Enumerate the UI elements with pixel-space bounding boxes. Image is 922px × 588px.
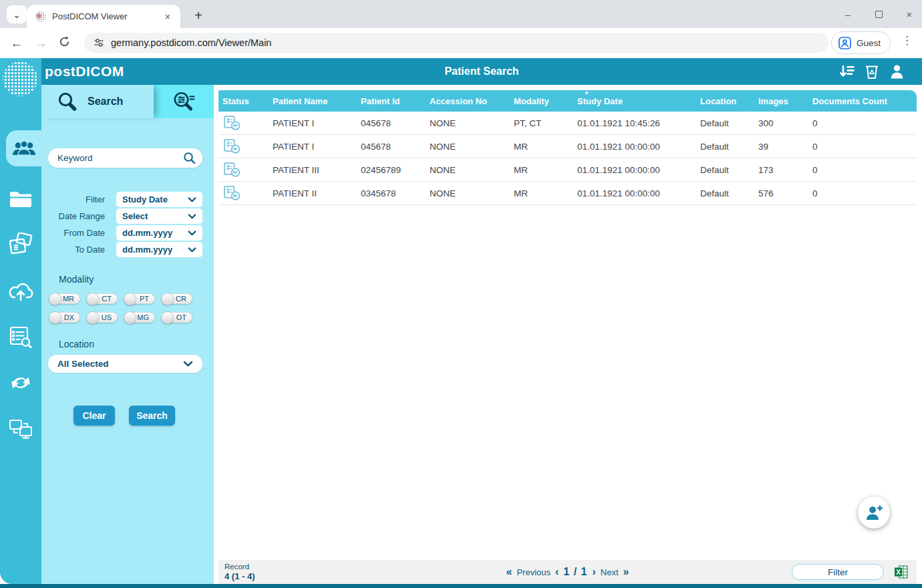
location-select[interactable]: All Selected bbox=[48, 355, 202, 373]
table-row[interactable]: PATIENT II 0345678 NONE MR 01.01.1921 00… bbox=[218, 182, 917, 205]
cell-patient-id: 045678 bbox=[361, 118, 430, 128]
last-page-button[interactable]: » bbox=[623, 566, 629, 578]
sidebar-item-upload[interactable] bbox=[0, 277, 41, 305]
modality-toggle[interactable]: MR bbox=[49, 293, 80, 304]
previous-chevron-icon[interactable]: ‹ bbox=[555, 566, 559, 578]
next-chevron-icon[interactable]: › bbox=[592, 566, 595, 578]
cell-documents-count: 0 bbox=[812, 142, 917, 152]
browser-tab[interactable]: PostDICOM Viewer × bbox=[27, 5, 180, 28]
cell-study-date: 01.01.1921 00:00:00 bbox=[577, 188, 700, 198]
minimize-button[interactable]: – bbox=[842, 9, 854, 20]
tab-advanced-search[interactable] bbox=[154, 85, 214, 118]
maximize-button[interactable] bbox=[873, 11, 885, 18]
favicon bbox=[35, 11, 46, 22]
cell-images: 39 bbox=[758, 142, 812, 152]
url-text: germany.postdicom.com/Viewer/Main bbox=[111, 37, 271, 48]
filter-select[interactable]: Select bbox=[116, 208, 202, 224]
keyword-input[interactable] bbox=[57, 153, 183, 163]
column-header[interactable]: Patient Name bbox=[273, 90, 361, 112]
sidebar-item-patients[interactable] bbox=[6, 130, 41, 166]
cell-modality: MR bbox=[514, 142, 577, 152]
modality-toggles: MR CT PT CR DX US MG OT bbox=[49, 293, 207, 323]
browser-toolbar: ← → germany.postdicom.com/Viewer/Main Gu… bbox=[0, 28, 922, 58]
recycle-bin-button[interactable] bbox=[864, 63, 880, 80]
modality-label: DX bbox=[64, 313, 74, 321]
cell-images: 576 bbox=[758, 188, 812, 198]
cell-accession-no: NONE bbox=[430, 142, 514, 152]
column-header[interactable]: Images bbox=[758, 90, 812, 112]
cell-modality: PT, CT bbox=[514, 118, 577, 128]
download-queue-button[interactable] bbox=[839, 63, 855, 80]
column-header[interactable]: Status bbox=[222, 90, 273, 112]
account-button[interactable] bbox=[889, 63, 905, 80]
table-row[interactable]: PATIENT III 02456789 NONE MR 01.01.1921 … bbox=[218, 158, 917, 182]
sidebar-item-order-search[interactable] bbox=[0, 323, 41, 351]
cell-study-date: 01.01.1921 00:00:00 bbox=[577, 165, 700, 175]
tab-close-icon[interactable]: × bbox=[162, 11, 174, 23]
column-header-label: Location bbox=[700, 96, 736, 106]
forward-button[interactable]: → bbox=[33, 36, 48, 51]
first-page-button[interactable]: « bbox=[506, 566, 512, 578]
filter-value: dd.mm.yyyy bbox=[122, 245, 172, 255]
search-icon bbox=[57, 92, 78, 112]
table-body: PATIENT I 045678 NONE PT, CT 01.01.1921 … bbox=[218, 112, 917, 205]
filter-select[interactable]: dd.mm.yyyy bbox=[116, 225, 202, 241]
filter-label: Date Range bbox=[41, 211, 105, 221]
modality-toggle[interactable]: CR bbox=[162, 293, 192, 304]
add-patient-fab[interactable] bbox=[858, 496, 890, 529]
modality-toggle[interactable]: DX bbox=[49, 312, 80, 323]
excel-export-icon[interactable]: X bbox=[895, 565, 908, 579]
chevron-down-icon bbox=[183, 361, 193, 367]
search-button[interactable]: Search bbox=[129, 406, 175, 426]
cell-accession-no: NONE bbox=[430, 188, 514, 198]
new-tab-button[interactable]: + bbox=[188, 6, 208, 25]
table-row[interactable]: PATIENT I 045678 NONE MR 01.01.1921 00:0… bbox=[218, 135, 917, 158]
sidebar-item-folders[interactable] bbox=[0, 184, 41, 212]
cell-patient-id: 0345678 bbox=[361, 188, 430, 198]
sidebar-item-sync[interactable] bbox=[0, 369, 41, 397]
modality-label: OT bbox=[176, 313, 186, 321]
browser-tabstrip: ⌄ PostDICOM Viewer × + – × bbox=[0, 0, 922, 28]
modality-toggle[interactable]: CT bbox=[87, 293, 118, 304]
browser-menu-button[interactable]: ⋮ bbox=[901, 35, 912, 46]
column-header[interactable]: Accession No bbox=[430, 90, 514, 112]
results-area: StatusPatient NamePatient IdAccession No… bbox=[214, 85, 922, 584]
reload-button[interactable] bbox=[57, 36, 71, 51]
column-header[interactable]: Modality bbox=[514, 90, 577, 112]
close-button[interactable]: × bbox=[903, 9, 915, 20]
previous-page-button[interactable]: Previous bbox=[516, 567, 551, 577]
back-button[interactable]: ← bbox=[9, 36, 24, 51]
chevron-down-icon bbox=[188, 214, 196, 219]
table-row[interactable]: PATIENT I 045678 NONE PT, CT 01.01.1921 … bbox=[218, 112, 917, 135]
column-header[interactable]: Patient Id bbox=[361, 90, 430, 112]
clear-button[interactable]: Clear bbox=[73, 406, 115, 426]
filter-button[interactable]: Filter bbox=[792, 564, 884, 580]
column-header[interactable]: Location bbox=[700, 90, 758, 112]
cell-status bbox=[222, 116, 273, 130]
chevron-down-icon bbox=[188, 247, 196, 253]
modality-toggle[interactable]: MG bbox=[124, 312, 155, 323]
tab-search-button[interactable]: ⌄ bbox=[7, 5, 27, 23]
sidebar-item-dicom-images[interactable] bbox=[0, 231, 41, 259]
sidebar-item-share[interactable] bbox=[0, 415, 41, 443]
filter-row: From Date dd.mm.yyyy bbox=[41, 225, 214, 241]
chevron-down-icon bbox=[188, 197, 196, 202]
filter-select[interactable]: Study Date bbox=[116, 192, 202, 207]
next-page-button[interactable]: Next bbox=[601, 567, 619, 577]
filter-label: To Date bbox=[41, 245, 105, 255]
download-queue-icon bbox=[839, 65, 855, 79]
keyword-field-wrap bbox=[48, 148, 202, 168]
modality-toggle[interactable]: OT bbox=[162, 312, 192, 323]
filter-select[interactable]: dd.mm.yyyy bbox=[116, 242, 202, 257]
column-header[interactable]: ▼Study Date bbox=[577, 90, 700, 112]
column-header[interactable]: Documents Count bbox=[812, 90, 917, 112]
profile-button[interactable]: Guest bbox=[831, 31, 891, 54]
modality-label: CR bbox=[176, 295, 186, 303]
tab-basic-search[interactable]: Search bbox=[41, 85, 154, 118]
url-bar[interactable]: germany.postdicom.com/Viewer/Main bbox=[84, 33, 828, 53]
modality-toggle[interactable]: PT bbox=[124, 293, 155, 304]
modality-toggle[interactable]: US bbox=[87, 312, 118, 323]
cell-documents-count: 0 bbox=[812, 118, 917, 128]
modality-section-label: Modality bbox=[59, 274, 94, 285]
keyword-search-icon[interactable] bbox=[183, 152, 196, 164]
